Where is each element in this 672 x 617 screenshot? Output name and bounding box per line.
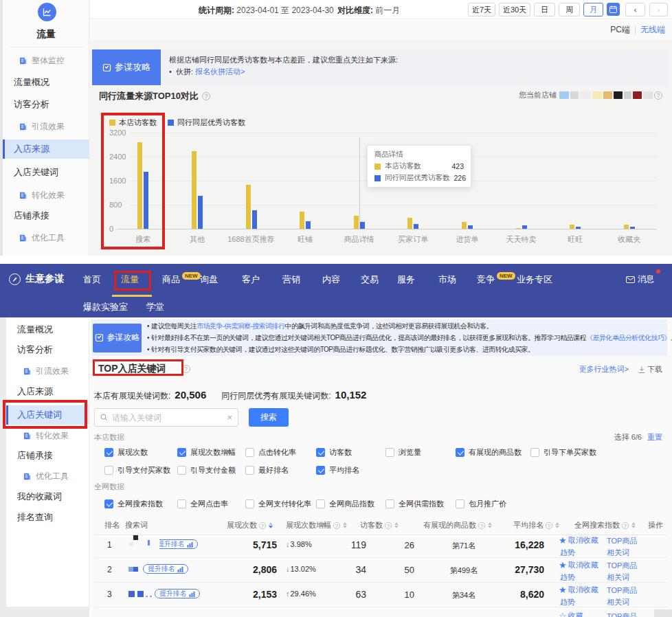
bar-商品详情-1[interactable] — [354, 216, 359, 229]
sort-icons[interactable] — [555, 522, 559, 528]
help-icon[interactable]: ? — [385, 521, 392, 528]
range-button-月[interactable]: 月 — [583, 3, 603, 16]
bar-收藏夹-1[interactable] — [624, 225, 629, 229]
prev-period-button[interactable]: ‹ — [625, 3, 645, 16]
checkbox-unchecked[interactable] — [245, 448, 254, 457]
metric-checkbox-最好排名[interactable]: 最好排名 — [245, 465, 289, 475]
help-icon[interactable]: ? — [622, 521, 629, 528]
metric-checkbox-全网供需指数[interactable]: 全网供需指数 — [385, 499, 444, 509]
op-top-products[interactable]: TOP商品 — [607, 561, 637, 571]
range-button-近7天[interactable]: 近7天 — [468, 3, 495, 16]
checkbox-unchecked[interactable] — [316, 500, 325, 508]
calendar-button[interactable] — [607, 3, 620, 16]
sidebar-item-2[interactable]: 流量概况 — [3, 73, 89, 92]
sort-icons[interactable] — [394, 522, 399, 528]
checkbox-unchecked[interactable] — [530, 448, 539, 457]
clear-input-icon[interactable]: × — [227, 412, 232, 423]
help-icon[interactable]: ? — [654, 91, 662, 100]
legend-item-1[interactable]: 本店访客数 — [109, 117, 157, 128]
sort-asc-icon[interactable] — [631, 522, 636, 525]
checkbox-checked[interactable] — [104, 448, 113, 457]
sort-desc-icon[interactable] — [394, 526, 399, 528]
sort-desc-icon[interactable] — [343, 526, 347, 528]
metric-checkbox-访客数[interactable]: 访客数 — [316, 447, 352, 458]
bar-旺铺-1[interactable] — [300, 212, 304, 229]
nav-item-竞争[interactable]: 竞争NEW — [477, 273, 515, 286]
op-trend[interactable]: 趋势 — [560, 548, 575, 558]
nav-subitem-学堂[interactable]: 学堂 — [146, 301, 164, 313]
bar-搜索-2[interactable] — [144, 172, 148, 229]
bar-1688首页推荐-2[interactable] — [252, 210, 257, 229]
sort-icons[interactable] — [343, 522, 347, 528]
sort-icons[interactable] — [269, 522, 273, 528]
metric-checkbox-引导支付金额[interactable]: 引导支付金额 — [177, 465, 236, 475]
sort-desc-icon[interactable] — [555, 526, 559, 528]
help-icon[interactable]: ? — [333, 521, 340, 528]
checkbox-unchecked[interactable] — [177, 500, 186, 508]
column-header-全网搜索指数[interactable]: 全网搜索指数? — [574, 520, 636, 530]
checkbox-unchecked[interactable] — [104, 466, 113, 475]
metric-checkbox-点击转化率[interactable]: 点击转化率 — [245, 447, 296, 458]
op-trend[interactable]: 趋势 — [560, 597, 575, 607]
nav-item-首页[interactable]: 首页 — [83, 273, 101, 286]
bar-1688首页推荐-1[interactable] — [246, 185, 251, 229]
metric-checkbox-平均排名[interactable]: 平均排名 — [316, 465, 359, 475]
sort-asc-icon[interactable] — [394, 522, 399, 525]
bullet-link[interactable]: 市场竞争-供需洞察-搜索词排行 — [197, 322, 284, 330]
nav-item-客户[interactable]: 客户 — [242, 273, 260, 286]
op-unfavorite[interactable]: ★取消收藏 — [559, 560, 598, 570]
checkbox-checked[interactable] — [104, 500, 113, 508]
bar-旺旺-1[interactable] — [570, 225, 574, 229]
sidebar-item-1[interactable]: 流量概况 — [6, 320, 89, 339]
more-hot-words-link[interactable]: 更多行业热词> — [579, 364, 629, 374]
metric-checkbox-全网支付转化率[interactable]: 全网支付转化率 — [245, 499, 311, 509]
sort-icons[interactable] — [488, 522, 492, 528]
op-unfavorite[interactable]: ★取消收藏 — [559, 585, 598, 595]
improve-rank-button[interactable]: 提升排名 — [143, 564, 188, 574]
signup-activity-link[interactable]: 报名伙拼活动> — [195, 67, 245, 76]
keyword-input-field[interactable] — [112, 413, 223, 423]
bar-收藏夹-2[interactable] — [630, 227, 635, 229]
metric-checkbox-浏览量[interactable]: 浏览量 — [385, 447, 421, 458]
nav-item-商品[interactable]: 商品NEW — [162, 273, 201, 286]
checkbox-checked[interactable] — [177, 448, 186, 457]
checkbox-unchecked[interactable] — [385, 500, 394, 508]
tab-wireless[interactable]: 无线端 — [640, 25, 665, 34]
column-header-展现次数增幅[interactable]: 展现次数增幅? — [286, 520, 347, 530]
sort-asc-icon[interactable] — [555, 522, 559, 525]
sidebar-item-4[interactable]: 引流效果 — [3, 117, 89, 136]
column-header-访客数[interactable]: 访客数? — [360, 520, 399, 530]
messages-entry[interactable]: 消息 — [626, 273, 654, 285]
bar-搜索-1[interactable] — [137, 142, 142, 229]
sidebar-item-6[interactable]: 转化效果 — [6, 426, 89, 445]
checkbox-unchecked[interactable] — [245, 500, 254, 508]
checkbox-unchecked[interactable] — [177, 466, 186, 475]
sidebar-item-5[interactable]: 入店来源 — [3, 139, 89, 159]
bar-其他-2[interactable] — [198, 196, 203, 229]
sidebar-item-1[interactable]: 整体监控 — [3, 51, 89, 70]
nav-item-内容[interactable]: 内容 — [322, 273, 340, 286]
metric-checkbox-引导支付买家数[interactable]: 引导支付买家数 — [104, 465, 170, 475]
sort-icons[interactable] — [631, 522, 636, 528]
sidebar-item-10[interactable]: 排名查询 — [6, 508, 89, 527]
op-related-words[interactable]: 相关词 — [607, 548, 629, 558]
nav-item-业务专区[interactable]: 业务专区 — [517, 273, 552, 286]
bar-买家订单-2[interactable] — [414, 224, 418, 229]
improve-rank-button[interactable]: 提升排名 — [155, 589, 200, 598]
help-icon[interactable]: ? — [259, 521, 266, 528]
op-related-words[interactable]: 相关词 — [607, 597, 629, 607]
nav-item-营销[interactable]: 营销 — [282, 273, 300, 286]
op-related-words[interactable]: 相关词 — [607, 572, 629, 583]
metric-checkbox-全网点击率[interactable]: 全网点击率 — [177, 499, 228, 509]
metric-checkbox-引导下单买家数[interactable]: 引导下单买家数 — [530, 447, 596, 458]
bar-买家订单-1[interactable] — [407, 218, 412, 229]
bar-旺旺-2[interactable] — [576, 227, 581, 229]
metric-checkbox-展现次数[interactable]: 展现次数 — [104, 447, 148, 458]
checkbox-checked[interactable] — [316, 466, 325, 475]
metric-checkbox-包月推广价[interactable]: 包月推广价 — [456, 499, 506, 509]
sidebar-item-7[interactable]: 转化效果 — [3, 186, 89, 205]
nav-item-流量[interactable]: 流量 — [121, 273, 139, 286]
metric-checkbox-全网商品指数[interactable]: 全网商品指数 — [316, 499, 374, 509]
nav-subitem-爆款实验室[interactable]: 爆款实验室 — [83, 301, 128, 313]
range-button-日[interactable]: 日 — [534, 3, 555, 16]
